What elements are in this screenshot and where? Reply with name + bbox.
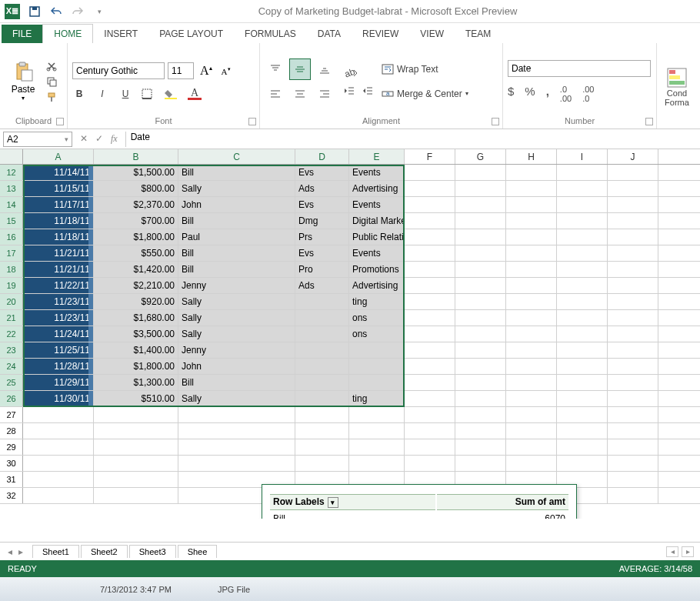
cell[interactable] <box>608 310 658 326</box>
cell[interactable]: Jenny <box>178 342 295 358</box>
cell[interactable]: ting <box>349 294 405 309</box>
cell[interactable] <box>506 439 557 455</box>
cell[interactable] <box>455 439 506 455</box>
wrap-text-button[interactable]: Wrap Text <box>382 64 468 75</box>
cell[interactable] <box>455 391 506 406</box>
merge-center-button[interactable]: aMerge & Center▾ <box>382 88 468 99</box>
cell[interactable] <box>608 326 658 342</box>
table-row[interactable]: 2211/24/11$3,500.00Sallyons <box>0 326 700 342</box>
alignment-launcher[interactable] <box>492 118 499 125</box>
cell[interactable]: Evs <box>295 197 349 212</box>
row-header[interactable]: 27 <box>0 407 23 422</box>
cell[interactable] <box>405 213 455 229</box>
cell[interactable] <box>608 391 658 406</box>
cell[interactable] <box>349 407 405 422</box>
font-launcher[interactable] <box>248 118 256 125</box>
column-header-B[interactable]: B <box>94 149 178 164</box>
clipboard-launcher[interactable] <box>56 118 64 125</box>
cell[interactable]: Sally <box>178 391 295 406</box>
row-header[interactable]: 25 <box>0 375 23 390</box>
align-center-button[interactable] <box>289 83 311 105</box>
redo-button[interactable] <box>71 5 85 18</box>
enter-icon[interactable]: ✓ <box>95 133 103 145</box>
increase-indent-button[interactable] <box>362 85 374 96</box>
cell[interactable]: Events <box>349 197 405 212</box>
tab-data[interactable]: DATA <box>307 25 352 43</box>
cell[interactable] <box>608 439 658 455</box>
column-header-I[interactable]: I <box>557 149 608 164</box>
cell[interactable] <box>608 181 658 196</box>
select-all-corner[interactable] <box>0 149 23 164</box>
cell[interactable] <box>405 359 455 374</box>
table-row[interactable]: 1311/15/11$800.00SallyAdsAdvertising <box>0 181 700 197</box>
cell[interactable]: Evs <box>295 245 349 261</box>
decrease-indent-button[interactable] <box>343 85 355 96</box>
column-header-C[interactable]: C <box>178 149 295 164</box>
cell[interactable] <box>455 342 506 358</box>
column-header-G[interactable]: G <box>455 149 506 164</box>
cell[interactable] <box>455 294 506 309</box>
cell[interactable] <box>557 423 608 439</box>
cell[interactable] <box>405 375 455 390</box>
cell[interactable] <box>178 456 295 471</box>
cell[interactable] <box>405 407 455 422</box>
table-row[interactable]: 1611/18/11$1,800.00PaulPrsPublic Relatio… <box>0 229 700 245</box>
cell[interactable] <box>557 229 608 245</box>
cell[interactable]: $1,420.00 <box>94 262 178 277</box>
row-header[interactable]: 16 <box>0 229 23 245</box>
cell[interactable] <box>557 456 608 471</box>
table-row[interactable]: 2011/23/11$920.00Sallyting <box>0 294 700 310</box>
cell[interactable] <box>455 181 506 196</box>
cell[interactable] <box>94 456 178 471</box>
cell[interactable] <box>506 245 557 261</box>
fx-icon[interactable]: fx <box>111 133 118 145</box>
cell[interactable] <box>23 423 94 439</box>
cell[interactable]: $1,300.00 <box>94 375 178 390</box>
number-launcher[interactable] <box>645 118 653 125</box>
conditional-formatting-button[interactable]: Cond Forma <box>662 67 692 107</box>
align-middle-button[interactable] <box>289 58 311 80</box>
cell[interactable] <box>178 407 295 422</box>
cell[interactable] <box>405 391 455 406</box>
cell[interactable] <box>506 181 557 196</box>
cell[interactable] <box>94 423 178 439</box>
cell[interactable] <box>349 423 405 439</box>
cell[interactable] <box>608 165 658 180</box>
decrease-decimal-button[interactable]: .00.0 <box>582 85 594 103</box>
align-bottom-button[interactable] <box>314 58 335 80</box>
cell[interactable] <box>295 359 349 374</box>
cell[interactable]: 11/29/11 <box>23 375 94 390</box>
cell[interactable]: 11/30/11 <box>23 391 94 406</box>
cell[interactable] <box>295 391 349 406</box>
row-header[interactable]: 29 <box>0 439 23 455</box>
cell[interactable]: Evs <box>295 165 349 180</box>
cell[interactable] <box>608 197 658 212</box>
cell[interactable] <box>178 423 295 439</box>
cell[interactable]: Ads <box>295 278 349 293</box>
sheet-tab-sheet2[interactable]: Sheet2 <box>81 545 128 558</box>
cell[interactable] <box>557 375 608 390</box>
cell[interactable]: Bill <box>178 213 295 229</box>
tab-team[interactable]: TEAM <box>455 25 502 43</box>
cell[interactable] <box>405 165 455 180</box>
cell[interactable] <box>94 472 178 487</box>
cell[interactable]: $510.00 <box>94 391 178 406</box>
name-box[interactable]: A2 <box>3 132 72 147</box>
cell[interactable] <box>557 439 608 455</box>
cell[interactable] <box>455 213 506 229</box>
cell[interactable] <box>506 391 557 406</box>
cell[interactable] <box>23 488 94 503</box>
cell[interactable]: ting <box>349 391 405 406</box>
cell[interactable] <box>405 439 455 455</box>
cell[interactable] <box>506 359 557 374</box>
cell[interactable] <box>405 229 455 245</box>
table-row[interactable]: 27 <box>0 407 700 423</box>
cell[interactable]: $800.00 <box>94 181 178 196</box>
row-header[interactable]: 17 <box>0 245 23 261</box>
row-header[interactable]: 20 <box>0 294 23 309</box>
accounting-format-button[interactable]: $ <box>508 85 514 103</box>
cell[interactable] <box>23 439 94 455</box>
cell[interactable] <box>455 197 506 212</box>
formula-input[interactable]: Date <box>125 132 700 147</box>
filter-dropdown-icon[interactable]: ▾ <box>328 497 338 508</box>
